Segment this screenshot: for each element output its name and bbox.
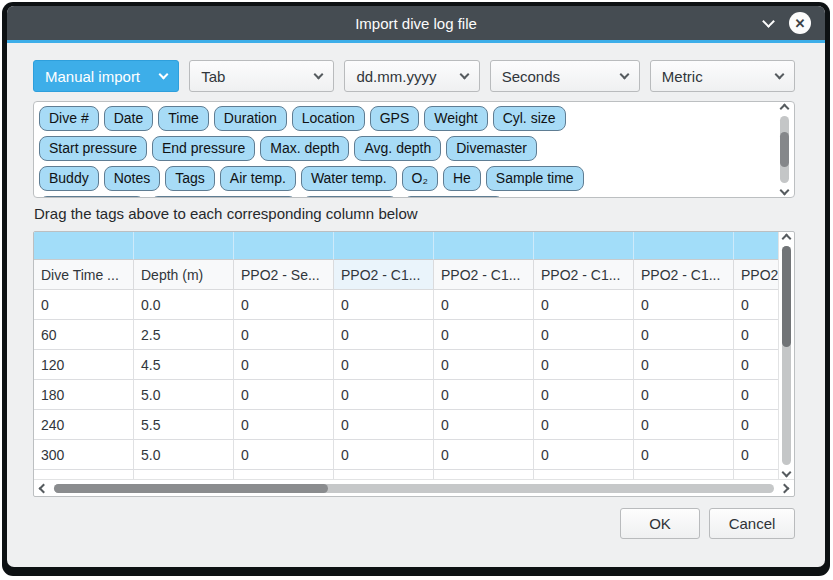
- titlebar[interactable]: Import dive log file ✕: [7, 6, 825, 40]
- date-format-select[interactable]: dd.mm.yyyy: [344, 60, 479, 92]
- scroll-down-icon[interactable]: [780, 186, 790, 196]
- scroll-right-icon[interactable]: [780, 483, 790, 493]
- drop-target-cell[interactable]: [734, 232, 778, 260]
- table-row: 3005.0000000: [34, 440, 778, 470]
- table-cell: 0: [634, 290, 734, 320]
- scroll-left-icon[interactable]: [39, 483, 49, 493]
- table-cell: 0: [234, 440, 334, 470]
- scroll-down-icon[interactable]: [782, 468, 792, 478]
- tag-sample-time[interactable]: Sample time: [486, 166, 584, 191]
- drop-target-cell[interactable]: [34, 232, 134, 260]
- table-cell: 0: [434, 290, 534, 320]
- tag-buddy[interactable]: Buddy: [39, 166, 99, 191]
- table-content: Dive Time ...Depth (m)PPO2 - Se...PPO2 -…: [34, 232, 778, 479]
- tag-sample-po[interactable]: Sample pO₂: [302, 196, 397, 198]
- scrollbar-thumb[interactable]: [54, 484, 328, 493]
- units-select[interactable]: Metric: [650, 60, 795, 92]
- tag-tags[interactable]: Tags: [165, 166, 215, 191]
- tag-row: Dive #DateTimeDurationLocationGPSWeightC…: [39, 106, 774, 131]
- tag-he[interactable]: He: [443, 166, 481, 191]
- tag-sample-depth[interactable]: Sample depth: [39, 196, 145, 198]
- table-cell: 0: [634, 410, 734, 440]
- table-header-row: Dive Time ...Depth (m)PPO2 - Se...PPO2 -…: [34, 260, 778, 290]
- cancel-button[interactable]: Cancel: [709, 508, 795, 539]
- table-cell: 300: [34, 440, 134, 470]
- tag-notes[interactable]: Notes: [104, 166, 161, 191]
- table-cell: 0: [234, 320, 334, 350]
- table-cell: 2.5: [134, 320, 234, 350]
- column-header-7[interactable]: PPO2 - C1...: [634, 260, 734, 290]
- tag-water-temp[interactable]: Water temp.: [301, 166, 397, 191]
- tag-cyl-size[interactable]: Cyl. size: [493, 106, 566, 131]
- scrollbar-thumb[interactable]: [782, 246, 791, 347]
- tag-end-pressure[interactable]: End pressure: [152, 136, 255, 161]
- close-icon[interactable]: ✕: [789, 12, 811, 34]
- table-vertical-scrollbar[interactable]: [778, 232, 794, 479]
- table-horizontal-scrollbar[interactable]: [34, 479, 794, 496]
- tag-panel-scrollbar[interactable]: [778, 105, 791, 194]
- table-cell: [134, 470, 234, 479]
- tag-max-depth[interactable]: Max. depth: [260, 136, 349, 161]
- column-header-1[interactable]: Dive Time ...: [34, 260, 134, 290]
- field-separator-select[interactable]: Tab: [189, 60, 334, 92]
- drop-target-cell[interactable]: [134, 232, 234, 260]
- tag-dive[interactable]: Dive #: [39, 106, 99, 131]
- tag-location[interactable]: Location: [292, 106, 365, 131]
- table-cell: 0: [234, 290, 334, 320]
- tag-time[interactable]: Time: [158, 106, 209, 131]
- table-cell: 0: [634, 380, 734, 410]
- drop-target-cell[interactable]: [534, 232, 634, 260]
- chevron-down-icon: [459, 70, 469, 80]
- table-body: 00.0000000602.50000001204.50000001805.00…: [34, 290, 778, 479]
- tag-sample-cns[interactable]: Sample CNS: [403, 196, 504, 198]
- column-drop-row: [34, 232, 778, 260]
- tag-air-temp[interactable]: Air temp.: [220, 166, 296, 191]
- column-header-4[interactable]: PPO2 - C1...: [334, 260, 434, 290]
- import-mode-select[interactable]: Manual import: [33, 60, 179, 92]
- scroll-up-icon[interactable]: [780, 104, 790, 114]
- table-cell: [434, 470, 534, 479]
- column-header-3[interactable]: PPO2 - Se...: [234, 260, 334, 290]
- table-cell: 0: [734, 380, 778, 410]
- scrollbar-thumb[interactable]: [780, 132, 789, 167]
- column-header-2[interactable]: Depth (m): [134, 260, 234, 290]
- import-options-row: Manual import Tab dd.mm.yyyy Seconds: [33, 60, 795, 92]
- drop-target-cell[interactable]: [234, 232, 334, 260]
- preview-table: Dive Time ...Depth (m)PPO2 - Se...PPO2 -…: [33, 231, 795, 497]
- scroll-up-icon[interactable]: [782, 234, 792, 244]
- scrollbar-track[interactable]: [54, 484, 774, 493]
- ok-button[interactable]: OK: [620, 508, 700, 539]
- titlebar-chevron-down-icon[interactable]: [762, 15, 775, 28]
- column-header-6[interactable]: PPO2 - C1...: [534, 260, 634, 290]
- table-cell: 0: [734, 290, 778, 320]
- column-header-5[interactable]: PPO2 - C1...: [434, 260, 534, 290]
- table-cell: 180: [34, 380, 134, 410]
- tag-weight[interactable]: Weight: [424, 106, 487, 131]
- column-header-8[interactable]: PPO2: [734, 260, 778, 290]
- dialog-body: Manual import Tab dd.mm.yyyy Seconds: [7, 43, 825, 567]
- tag-duration[interactable]: Duration: [214, 106, 287, 131]
- table-cell: 5.0: [134, 380, 234, 410]
- table-cell: [534, 470, 634, 479]
- table-cell: 60: [34, 320, 134, 350]
- tag-avg-depth[interactable]: Avg. depth: [354, 136, 441, 161]
- chevron-down-icon: [775, 70, 785, 80]
- scrollbar-track[interactable]: [782, 246, 791, 465]
- table-cell: 0: [534, 440, 634, 470]
- tag-start-pressure[interactable]: Start pressure: [39, 136, 147, 161]
- tag-divemaster[interactable]: Divemaster: [446, 136, 537, 161]
- drop-target-cell[interactable]: [434, 232, 534, 260]
- tag-date[interactable]: Date: [104, 106, 154, 131]
- tag-row: BuddyNotesTagsAir temp.Water temp.O₂HeSa…: [39, 166, 774, 191]
- tag-sample-temperature[interactable]: Sample temperature: [150, 196, 297, 198]
- drop-target-cell[interactable]: [634, 232, 734, 260]
- chevron-down-icon: [159, 70, 169, 80]
- drop-target-cell[interactable]: [334, 232, 434, 260]
- tag-o[interactable]: O₂: [402, 166, 438, 191]
- table-cell: 120: [34, 350, 134, 380]
- scrollbar-track[interactable]: [780, 116, 789, 183]
- tag-gps[interactable]: GPS: [370, 106, 420, 131]
- tag-list: Dive #DateTimeDurationLocationGPSWeightC…: [39, 106, 774, 198]
- duration-format-select[interactable]: Seconds: [490, 60, 640, 92]
- table-cell: 0: [234, 380, 334, 410]
